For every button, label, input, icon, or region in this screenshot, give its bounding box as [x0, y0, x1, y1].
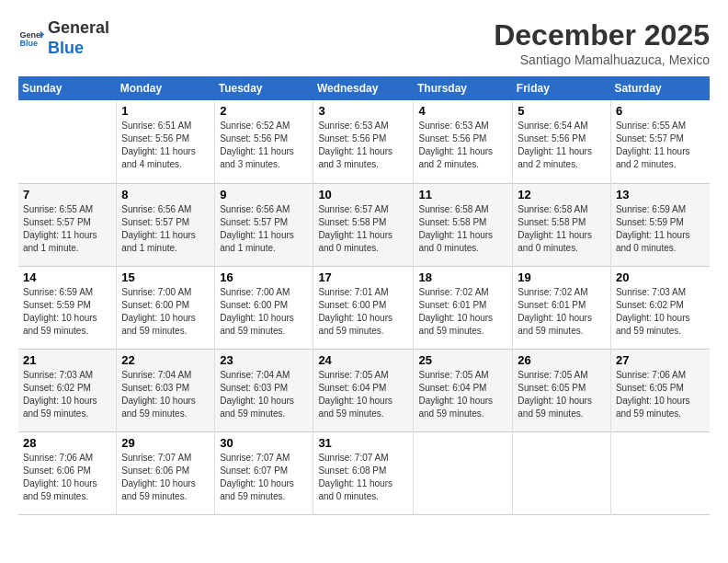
day-number: 30	[220, 436, 308, 450]
day-number: 26	[518, 353, 606, 367]
cell-info: Sunrise: 7:07 AM Sunset: 6:06 PM Dayligh…	[121, 452, 210, 503]
cell-info: Sunrise: 7:05 AM Sunset: 6:04 PM Dayligh…	[418, 369, 507, 420]
calendar-cell: 8Sunrise: 6:56 AM Sunset: 5:57 PM Daylig…	[117, 183, 215, 266]
calendar-cell: 12Sunrise: 6:58 AM Sunset: 5:58 PM Dayli…	[513, 183, 611, 266]
calendar-cell: 14Sunrise: 6:59 AM Sunset: 5:59 PM Dayli…	[18, 266, 117, 349]
cell-info: Sunrise: 7:00 AM Sunset: 6:00 PM Dayligh…	[220, 286, 308, 338]
day-number: 15	[121, 270, 210, 284]
cell-info: Sunrise: 6:54 AM Sunset: 5:56 PM Dayligh…	[518, 120, 606, 171]
cell-info: Sunrise: 6:56 AM Sunset: 5:57 PM Dayligh…	[220, 203, 308, 255]
cell-info: Sunrise: 6:59 AM Sunset: 5:59 PM Dayligh…	[616, 203, 705, 255]
calendar-cell: 30Sunrise: 7:07 AM Sunset: 6:07 PM Dayli…	[215, 431, 313, 514]
logo-text: General Blue	[48, 18, 109, 58]
calendar-cell: 4Sunrise: 6:53 AM Sunset: 5:56 PM Daylig…	[414, 100, 513, 183]
day-number: 31	[318, 436, 408, 450]
day-number: 7	[23, 188, 111, 201]
calendar-cell: 25Sunrise: 7:05 AM Sunset: 6:04 PM Dayli…	[414, 349, 513, 431]
cell-info: Sunrise: 7:02 AM Sunset: 6:01 PM Dayligh…	[518, 286, 606, 338]
cell-info: Sunrise: 7:04 AM Sunset: 6:03 PM Dayligh…	[121, 369, 210, 420]
weekday-header-row: SundayMondayTuesdayWednesdayThursdayFrid…	[18, 76, 710, 100]
cell-info: Sunrise: 7:06 AM Sunset: 6:05 PM Dayligh…	[616, 369, 705, 420]
calendar-cell: 9Sunrise: 6:56 AM Sunset: 5:57 PM Daylig…	[215, 183, 313, 266]
calendar-week-row: 7Sunrise: 6:55 AM Sunset: 5:57 PM Daylig…	[18, 183, 710, 266]
day-number: 23	[220, 353, 308, 367]
month-title: December 2025	[494, 18, 710, 52]
cell-info: Sunrise: 6:59 AM Sunset: 5:59 PM Dayligh…	[23, 286, 111, 338]
calendar-cell: 19Sunrise: 7:02 AM Sunset: 6:01 PM Dayli…	[513, 266, 611, 349]
cell-info: Sunrise: 7:05 AM Sunset: 6:05 PM Dayligh…	[518, 369, 606, 420]
calendar-cell: 17Sunrise: 7:01 AM Sunset: 6:00 PM Dayli…	[313, 266, 414, 349]
calendar-cell: 31Sunrise: 7:07 AM Sunset: 6:08 PM Dayli…	[313, 431, 414, 514]
cell-info: Sunrise: 6:56 AM Sunset: 5:57 PM Dayligh…	[121, 203, 210, 255]
cell-info: Sunrise: 6:53 AM Sunset: 5:56 PM Dayligh…	[418, 120, 507, 171]
day-number: 16	[220, 270, 308, 284]
cell-info: Sunrise: 7:02 AM Sunset: 6:01 PM Dayligh…	[418, 286, 507, 338]
weekday-header-saturday: Saturday	[610, 76, 710, 100]
calendar-cell: 2Sunrise: 6:52 AM Sunset: 5:56 PM Daylig…	[215, 100, 313, 183]
day-number: 4	[418, 104, 507, 118]
day-number: 11	[418, 188, 507, 201]
calendar-cell: 5Sunrise: 6:54 AM Sunset: 5:56 PM Daylig…	[513, 100, 611, 183]
calendar-cell	[18, 100, 117, 183]
day-number: 18	[418, 270, 507, 284]
day-number: 8	[121, 188, 210, 201]
logo: General Blue General Blue	[18, 18, 109, 58]
calendar-cell: 29Sunrise: 7:07 AM Sunset: 6:06 PM Dayli…	[117, 431, 215, 514]
cell-info: Sunrise: 7:07 AM Sunset: 6:07 PM Dayligh…	[220, 452, 308, 503]
calendar-table: SundayMondayTuesdayWednesdayThursdayFrid…	[18, 76, 710, 515]
cell-info: Sunrise: 6:55 AM Sunset: 5:57 PM Dayligh…	[616, 120, 705, 171]
day-number: 25	[418, 353, 507, 367]
calendar-week-row: 1Sunrise: 6:51 AM Sunset: 5:56 PM Daylig…	[18, 100, 710, 183]
calendar-cell: 11Sunrise: 6:58 AM Sunset: 5:58 PM Dayli…	[414, 183, 513, 266]
day-number: 21	[23, 353, 111, 367]
calendar-cell: 18Sunrise: 7:02 AM Sunset: 6:01 PM Dayli…	[414, 266, 513, 349]
calendar-cell: 27Sunrise: 7:06 AM Sunset: 6:05 PM Dayli…	[610, 349, 710, 431]
day-number: 19	[518, 270, 606, 284]
day-number: 6	[616, 104, 705, 118]
day-number: 13	[616, 188, 705, 201]
calendar-cell: 20Sunrise: 7:03 AM Sunset: 6:02 PM Dayli…	[610, 266, 710, 349]
calendar-cell: 28Sunrise: 7:06 AM Sunset: 6:06 PM Dayli…	[18, 431, 117, 514]
cell-info: Sunrise: 7:00 AM Sunset: 6:00 PM Dayligh…	[121, 286, 210, 338]
cell-info: Sunrise: 7:04 AM Sunset: 6:03 PM Dayligh…	[220, 369, 308, 420]
calendar-cell: 22Sunrise: 7:04 AM Sunset: 6:03 PM Dayli…	[117, 349, 215, 431]
location-subtitle: Santiago Mamalhuazuca, Mexico	[494, 52, 710, 67]
day-number: 27	[616, 353, 705, 367]
calendar-cell: 16Sunrise: 7:00 AM Sunset: 6:00 PM Dayli…	[215, 266, 313, 349]
weekday-header-wednesday: Wednesday	[313, 76, 414, 100]
day-number: 10	[318, 188, 408, 201]
title-block: December 2025 Santiago Mamalhuazuca, Mex…	[494, 18, 710, 67]
calendar-cell: 7Sunrise: 6:55 AM Sunset: 5:57 PM Daylig…	[18, 183, 117, 266]
cell-info: Sunrise: 7:07 AM Sunset: 6:08 PM Dayligh…	[318, 452, 408, 503]
calendar-week-row: 28Sunrise: 7:06 AM Sunset: 6:06 PM Dayli…	[18, 431, 710, 514]
cell-info: Sunrise: 6:51 AM Sunset: 5:56 PM Dayligh…	[121, 120, 210, 171]
weekday-header-monday: Monday	[117, 76, 215, 100]
cell-info: Sunrise: 6:57 AM Sunset: 5:58 PM Dayligh…	[318, 203, 408, 255]
day-number: 2	[220, 104, 308, 118]
weekday-header-thursday: Thursday	[414, 76, 513, 100]
day-number: 5	[518, 104, 606, 118]
day-number: 1	[121, 104, 210, 118]
cell-info: Sunrise: 7:05 AM Sunset: 6:04 PM Dayligh…	[318, 369, 408, 420]
calendar-cell: 6Sunrise: 6:55 AM Sunset: 5:57 PM Daylig…	[610, 100, 710, 183]
calendar-week-row: 14Sunrise: 6:59 AM Sunset: 5:59 PM Dayli…	[18, 266, 710, 349]
day-number: 20	[616, 270, 705, 284]
cell-info: Sunrise: 7:03 AM Sunset: 6:02 PM Dayligh…	[616, 286, 705, 338]
cell-info: Sunrise: 7:03 AM Sunset: 6:02 PM Dayligh…	[23, 369, 111, 420]
calendar-cell: 1Sunrise: 6:51 AM Sunset: 5:56 PM Daylig…	[117, 100, 215, 183]
day-number: 29	[121, 436, 210, 450]
logo-icon: General Blue	[18, 26, 44, 52]
day-number: 28	[23, 436, 111, 450]
day-number: 3	[318, 104, 408, 118]
calendar-cell: 15Sunrise: 7:00 AM Sunset: 6:00 PM Dayli…	[117, 266, 215, 349]
calendar-cell: 26Sunrise: 7:05 AM Sunset: 6:05 PM Dayli…	[513, 349, 611, 431]
calendar-cell	[513, 431, 611, 514]
day-number: 24	[318, 353, 408, 367]
cell-info: Sunrise: 6:52 AM Sunset: 5:56 PM Dayligh…	[220, 120, 308, 171]
calendar-cell: 23Sunrise: 7:04 AM Sunset: 6:03 PM Dayli…	[215, 349, 313, 431]
cell-info: Sunrise: 6:58 AM Sunset: 5:58 PM Dayligh…	[518, 203, 606, 255]
day-number: 22	[121, 353, 210, 367]
calendar-cell: 3Sunrise: 6:53 AM Sunset: 5:56 PM Daylig…	[313, 100, 414, 183]
cell-info: Sunrise: 7:06 AM Sunset: 6:06 PM Dayligh…	[23, 452, 111, 503]
day-number: 14	[23, 270, 111, 284]
